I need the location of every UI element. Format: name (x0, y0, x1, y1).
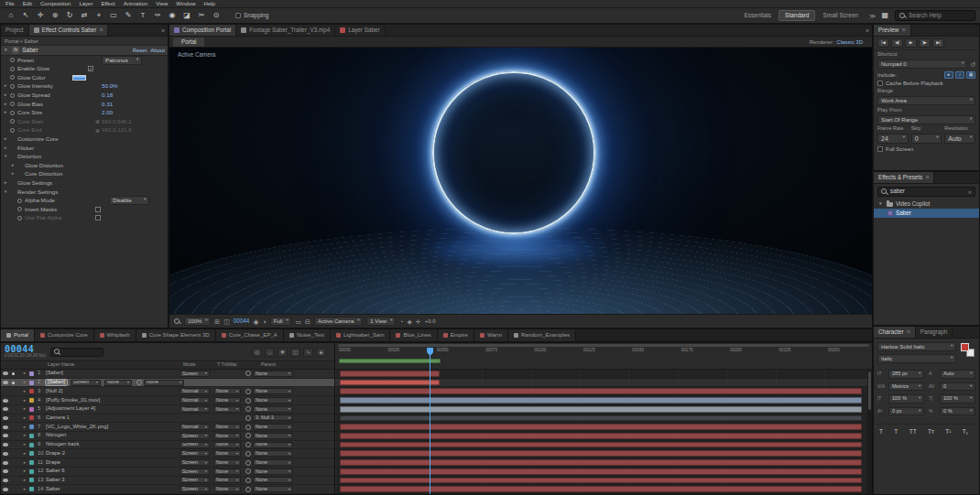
layer-parent-dropdown[interactable]: None (253, 450, 293, 457)
apps-icon[interactable]: ▦ (881, 12, 888, 19)
layer-parent-dropdown[interactable]: None (253, 406, 293, 413)
layer-label-color[interactable] (29, 398, 34, 403)
layer-label-color[interactable] (29, 415, 34, 420)
shape-tool-icon[interactable]: ▭ (107, 10, 120, 22)
layer-name[interactable]: Nitrogen back (46, 442, 180, 447)
parent-pickwhip-icon[interactable] (245, 468, 251, 474)
layer-row[interactable]: 1 [Saber] Screen None (1, 370, 334, 379)
layer-row[interactable]: 10 Drape 2 Screen None None (1, 449, 334, 458)
clear-search-icon[interactable] (968, 188, 972, 195)
effect-property-row[interactable]: ▼ Distortion (1, 153, 168, 162)
layer-mode-dropdown[interactable]: Screen (180, 477, 210, 483)
first-frame-button[interactable]: |◀ (877, 38, 889, 48)
property-value[interactable]: Disable (109, 196, 149, 205)
leading-dropdown[interactable]: Auto (940, 370, 975, 379)
pan-behind-tool-icon[interactable]: ⌖ (93, 10, 105, 22)
last-frame-button[interactable]: ▶| (932, 38, 944, 48)
property-value[interactable]: 0.31 (102, 102, 113, 107)
layer-expand-arrow-icon[interactable] (23, 381, 29, 384)
composition-crumb-tab[interactable]: Portal (173, 38, 204, 47)
playhead[interactable] (430, 350, 430, 494)
timeline-comp-tab[interactable]: Empire (438, 329, 474, 341)
layer-track[interactable] (335, 405, 872, 414)
layer-trkmat-dropdown[interactable]: None (213, 397, 241, 404)
layer-name[interactable]: Saber 6 (46, 468, 180, 474)
puppet-pin-tool-icon[interactable]: ⊙ (210, 10, 223, 22)
reset-effect-link[interactable]: Reset (133, 48, 147, 53)
layer-label-color[interactable] (29, 451, 34, 456)
timeline-comp-tab[interactable]: Portal (1, 329, 35, 341)
layer-visibility-toggle[interactable] (1, 381, 9, 384)
layer-name[interactable]: Drape (46, 460, 180, 466)
composition-viewer[interactable]: Active Camera (169, 48, 872, 314)
parent-pickwhip-icon[interactable] (245, 487, 251, 492)
previous-frame-button[interactable]: ◀| (891, 38, 903, 48)
effect-property-row[interactable]: Alpha Mode Disable (1, 197, 168, 206)
mode-column-header[interactable]: Mode (183, 362, 217, 367)
layer-label-color[interactable] (29, 381, 34, 385)
hand-tool-icon[interactable]: ✛ (34, 10, 47, 22)
layer-row[interactable]: 8 Nitrogen Screen None None (1, 432, 334, 441)
layer-duration-bar[interactable] (340, 371, 440, 377)
layer-solo-toggle[interactable] (9, 425, 16, 428)
layer-label-color[interactable] (29, 407, 34, 412)
stopwatch-icon[interactable] (10, 93, 15, 98)
layer-solo-toggle[interactable] (9, 444, 16, 447)
menu-item[interactable]: File (5, 1, 15, 6)
active-camera-dropdown[interactable]: Active Camera (314, 317, 363, 326)
layer-solo-toggle[interactable] (9, 488, 16, 490)
parent-pickwhip-icon[interactable] (245, 478, 251, 483)
layer-trkmat-dropdown[interactable]: None (213, 477, 241, 483)
layer-track[interactable] (335, 485, 872, 494)
timeline-comp-tab[interactable]: Whiplash (94, 329, 136, 341)
next-frame-button[interactable]: |▶ (919, 38, 931, 48)
layer-expand-arrow-icon[interactable] (23, 452, 29, 456)
layer-mode-dropdown[interactable]: Screen (180, 459, 210, 466)
motion-blur-icon[interactable]: ∿ (303, 348, 313, 357)
layer-duration-bar[interactable] (340, 424, 863, 430)
panel-menu-icon[interactable] (99, 27, 103, 33)
stopwatch-icon[interactable] (10, 67, 15, 71)
layer-parent-dropdown[interactable]: None (253, 371, 293, 377)
layer-name[interactable]: Nitrogen (46, 433, 180, 438)
pan-camera-tool-icon[interactable]: ⇄ (78, 10, 91, 22)
trkmat-column-header[interactable]: T TrkMat (217, 362, 254, 367)
layer-expand-arrow-icon[interactable] (23, 488, 29, 491)
tracking-dropdown[interactable]: 0 (940, 382, 975, 392)
layer-expand-arrow-icon[interactable] (23, 407, 29, 411)
stopwatch-icon[interactable] (10, 119, 15, 124)
parent-pickwhip-icon[interactable] (245, 406, 251, 412)
layer-name[interactable]: [Adjustment Layer 4] (46, 406, 180, 412)
faux-style-button[interactable]: TT (909, 429, 917, 436)
layer-visibility-toggle[interactable] (1, 407, 9, 411)
font-style-dropdown[interactable]: Italic (877, 354, 956, 363)
layer-track[interactable] (335, 449, 872, 458)
parent-pickwhip-icon[interactable] (245, 451, 251, 457)
viewer-tab[interactable]: Footage Saber_Trailer_V3.mp4 (236, 25, 335, 36)
layer-mode-dropdown[interactable]: Screen (71, 380, 101, 386)
layer-visibility-toggle[interactable] (1, 371, 9, 375)
stopwatch-icon[interactable] (10, 111, 15, 115)
effects-search-box[interactable]: saber (877, 187, 975, 197)
expand-arrow-icon[interactable]: ► (4, 102, 10, 106)
layer-expand-arrow-icon[interactable] (23, 479, 29, 482)
effect-property-row[interactable]: Invert Masks (1, 205, 168, 214)
layer-mode-dropdown[interactable]: Screen (180, 450, 210, 457)
layer-duration-bar[interactable] (340, 442, 863, 448)
layer-parent-dropdown[interactable]: None (253, 433, 293, 439)
timeline-vertical-scrollbar[interactable] (867, 370, 872, 494)
layer-name[interactable]: Saber (46, 487, 180, 492)
timeline-comp-tab[interactable]: Lightsaber_Sam (331, 329, 390, 341)
hide-shy-layers-icon[interactable]: ❖ (278, 348, 288, 357)
effect-property-row[interactable]: ► Core Distortion (1, 170, 168, 179)
composition-mini-flowchart-icon[interactable]: ◎ (252, 348, 262, 357)
frame-blend-icon[interactable]: ◫ (290, 348, 300, 357)
expand-arrow-icon[interactable]: ▼ (878, 202, 884, 207)
parent-pickwhip-icon[interactable] (245, 371, 251, 376)
layer-mode-dropdown[interactable]: Screen (180, 468, 210, 475)
renderer-value[interactable]: Classic 3D (836, 39, 863, 45)
snapshot-icon[interactable]: ◉ (253, 318, 258, 325)
stopwatch-icon[interactable] (17, 216, 22, 221)
include-video-icon[interactable]: ▸ (944, 71, 953, 79)
type-tool-icon[interactable]: T (136, 10, 149, 22)
